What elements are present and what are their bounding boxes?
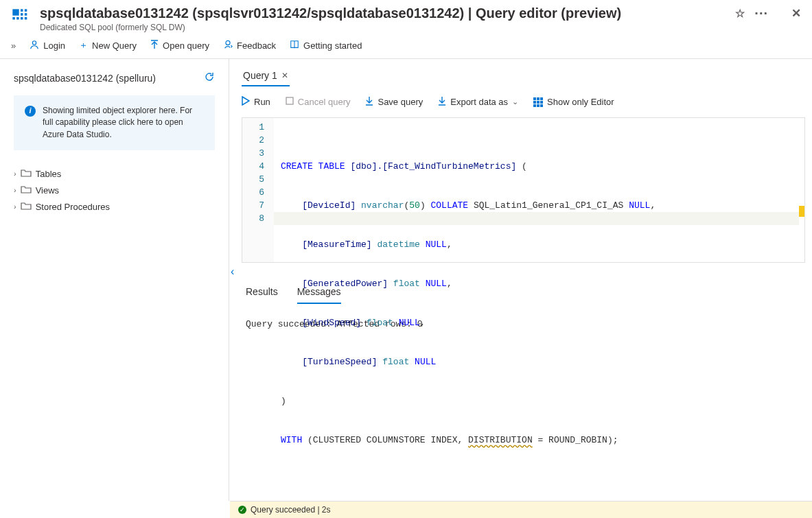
info-banner[interactable]: i Showing limited object explorer here. … — [14, 95, 215, 150]
feedback-icon — [223, 40, 233, 51]
open-query-button[interactable]: Open query — [150, 40, 209, 51]
code-area[interactable]: CREATE TABLE [dbo].[Fact_WindTurbineMetr… — [274, 118, 804, 262]
sidebar-title: spsqldatabase0131242 (spelluru) — [14, 73, 156, 84]
getting-started-label: Getting started — [303, 40, 362, 51]
expand-menu-icon[interactable]: » — [11, 40, 16, 51]
status-text: Query succeeded | 2s — [251, 505, 331, 515]
tab-label: Query 1 — [243, 70, 277, 81]
feedback-label: Feedback — [237, 40, 276, 51]
favorite-icon[interactable]: ☆ — [735, 7, 745, 20]
results-tab[interactable]: Results — [246, 286, 278, 304]
stop-icon — [286, 97, 294, 107]
new-query-button[interactable]: ＋ New Query — [79, 39, 137, 51]
tree-tables[interactable]: › Tables — [14, 168, 215, 179]
svg-rect-2 — [25, 9, 27, 12]
svg-rect-0 — [12, 9, 19, 15]
page-subtitle: Dedicated SQL pool (formerly SQL DW) — [40, 23, 801, 32]
svg-point-10 — [226, 40, 230, 45]
chevron-right-icon: › — [14, 169, 16, 178]
query-toolbar: Run Cancel query Save query Export data … — [229, 86, 812, 117]
run-label: Run — [254, 97, 270, 107]
svg-rect-7 — [21, 17, 23, 20]
current-line-highlight — [274, 212, 799, 225]
close-icon[interactable]: ✕ — [791, 6, 801, 21]
info-text: Showing limited object explorer here. Fo… — [43, 105, 204, 141]
svg-rect-8 — [25, 17, 27, 20]
success-icon: ✓ — [238, 506, 246, 514]
svg-rect-3 — [21, 13, 23, 16]
feedback-button[interactable]: Feedback — [223, 40, 276, 51]
page-title: spsqldatabase0131242 (spsqlsvr0131242/sp… — [40, 5, 621, 21]
open-query-label: Open query — [163, 40, 209, 51]
export-data-button[interactable]: Export data as ⌄ — [438, 96, 518, 108]
download-icon — [365, 96, 373, 108]
sql-database-icon — [11, 8, 30, 27]
command-bar: » Login ＋ New Query Open query Feedback … — [0, 32, 812, 59]
svg-rect-6 — [16, 17, 19, 20]
cancel-query-button: Cancel query — [286, 97, 351, 107]
play-icon — [242, 96, 250, 108]
tree-sprocs[interactable]: › Stored Procedures — [14, 201, 215, 212]
login-label: Login — [43, 40, 65, 51]
export-label: Export data as — [450, 97, 508, 107]
tree-views[interactable]: › Views — [14, 185, 215, 196]
sql-editor[interactable]: 1 2 3 4 5 6 7 8 CREATE TABLE [dbo].[Fact… — [242, 117, 805, 263]
folder-icon — [21, 201, 32, 212]
svg-rect-1 — [21, 9, 23, 12]
chevron-down-icon: ⌄ — [512, 97, 518, 106]
cancel-label: Cancel query — [298, 97, 351, 107]
show-editor-label: Show only Editor — [547, 97, 614, 107]
chevron-right-icon: › — [14, 186, 16, 194]
object-explorer: spsqldatabase0131242 (spelluru) i Showin… — [0, 59, 229, 501]
upload-icon — [150, 40, 159, 51]
blade-header: spsqldatabase0131242 (spsqlsvr0131242/sp… — [0, 0, 812, 32]
download-icon — [438, 96, 446, 108]
svg-rect-4 — [25, 13, 27, 16]
login-button[interactable]: Login — [30, 40, 65, 51]
svg-rect-11 — [286, 97, 293, 104]
more-icon[interactable]: ··· — [754, 5, 768, 21]
save-label: Save query — [378, 97, 423, 107]
line-gutter: 1 2 3 4 5 6 7 8 — [242, 118, 274, 262]
status-bar: ✓ Query succeeded | 2s — [230, 501, 812, 518]
tree-views-label: Views — [36, 185, 59, 196]
run-button[interactable]: Run — [242, 96, 270, 108]
tree-tables-label: Tables — [36, 169, 62, 179]
folder-icon — [21, 185, 32, 196]
chevron-right-icon: › — [14, 202, 16, 211]
new-query-label: New Query — [92, 40, 137, 51]
tab-query-1[interactable]: Query 1 ✕ — [242, 66, 290, 86]
folder-icon — [21, 168, 32, 179]
show-only-editor-button[interactable]: Show only Editor — [533, 97, 614, 107]
svg-rect-5 — [12, 17, 15, 20]
grid-icon — [533, 97, 543, 107]
person-icon — [30, 40, 39, 51]
refresh-icon[interactable] — [204, 71, 215, 84]
save-query-button[interactable]: Save query — [365, 96, 423, 108]
plus-icon: ＋ — [79, 39, 88, 51]
svg-point-9 — [33, 40, 36, 44]
info-icon: i — [25, 106, 36, 117]
getting-started-button[interactable]: Getting started — [290, 40, 362, 51]
tree-sprocs-label: Stored Procedures — [36, 202, 110, 212]
close-tab-icon[interactable]: ✕ — [281, 71, 288, 80]
book-icon — [290, 40, 299, 51]
